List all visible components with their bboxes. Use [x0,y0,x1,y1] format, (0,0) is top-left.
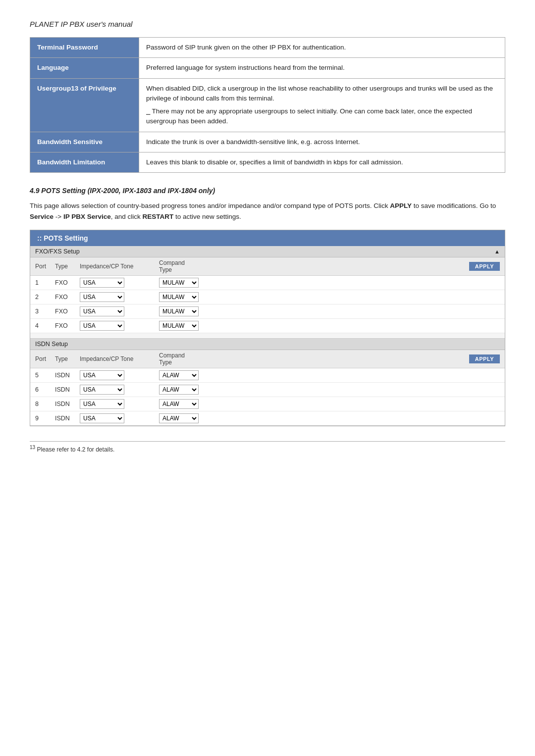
fxo-port-3: 3 [35,308,55,315]
isdn-imp-8: USA [80,399,159,409]
isdn-col-header-port: Port [35,355,55,362]
isdn-comp-6: ALAW [159,385,209,395]
pots-panel-content: FXO/FXS Setup ▲ Port Type Impedance/CP T… [30,246,505,426]
isdn-imp-6: USA [80,385,159,395]
desc-cell: Preferred language for system instructio… [139,58,505,78]
isdn-apply-col: APPLY [209,354,500,363]
body-text-1: This page allows selection of country-ba… [30,202,390,209]
fxo-port-2: 2 [35,294,55,301]
body-text-2: to save modifications. Go to [412,202,496,209]
fxo-type-2: FXO [55,294,80,301]
isdn-compand-select-6[interactable]: ALAW [159,385,199,395]
fxo-imp-3: USA [80,306,159,316]
fxo-comp-3: MULAW [159,306,209,316]
isdn-row-5: 5 ISDN USA ALAW [30,368,505,383]
fxo-section-header: FXO/FXS Setup ▲ [30,246,505,257]
section-heading: 4.9 POTS Setting (IPX-2000, IPX-1803 and… [30,187,505,195]
fxo-row-2: 2 FXO USA MULAW [30,290,505,304]
footnote-text: 13 Please refer to 4.2 for details. [30,445,505,453]
fxo-type-1: FXO [55,279,80,286]
fxo-spacer [30,333,505,338]
fxo-row-1: 1 FXO USA MULAW [30,276,505,290]
col-header-impedance: Impedance/CP Tone [80,263,159,270]
isdn-row-8: 8 ISDN USA ALAW [30,397,505,411]
table-row: Terminal Password Password of SIP trunk … [30,38,505,58]
isdn-compand-select-8[interactable]: ALAW [159,399,199,409]
body-text-5: to active new settings. [173,213,241,220]
isdn-impedance-select-9[interactable]: USA [80,413,124,423]
table-row: Usergroup13 of Privilege When disabled D… [30,78,505,132]
fxo-type-3: FXO [55,308,80,315]
fxo-impedance-select-4[interactable]: USA [80,321,124,331]
fxo-imp-2: USA [80,292,159,302]
col-header-port: Port [35,263,55,270]
isdn-comp-5: ALAW [159,370,209,380]
pots-panel-header: :: POTS Setting [30,230,505,246]
isdn-col-header-compand: CompandType [159,352,209,366]
fxo-compand-select-3[interactable]: MULAW [159,306,199,316]
isdn-type-6: ISDN [55,386,80,393]
body-text-3: -> [54,213,63,220]
isdn-row-9: 9 ISDN USA ALAW [30,411,505,425]
isdn-impedance-select-6[interactable]: USA [80,385,124,395]
isdn-setup-section: ISDN Setup Port Type Impedance/CP Tone C… [30,339,505,426]
isdn-imp-5: USA [80,370,159,380]
isdn-apply-button[interactable]: APPLY [469,354,500,363]
fxo-impedance-select-1[interactable]: USA [80,278,124,288]
page-title: PLANET IP PBX user's manual [30,20,505,28]
isdn-comp-9: ALAW [159,413,209,423]
table-row: Bandwidth Limitation Leaves this blank t… [30,152,505,172]
fxo-apply-col: APPLY [209,262,500,271]
fxo-impedance-select-2[interactable]: USA [80,292,124,302]
fxo-compand-select-4[interactable]: MULAW [159,321,199,331]
fxo-imp-1: USA [80,278,159,288]
desc-cell: Leaves this blank to disable or, specifi… [139,152,505,172]
term-cell: Bandwidth Sensitive [30,132,139,152]
term-cell: Language [30,58,139,78]
col-header-compand: CompandType [159,259,209,273]
isdn-type-9: ISDN [55,415,80,422]
body-bold-pbx: IP PBX Service [63,213,111,220]
fxo-port-1: 1 [35,279,55,286]
table-row: Language Preferred language for system i… [30,58,505,78]
scroll-indicator: ▲ [494,249,500,254]
desc-cell: When disabled DID, click a usergroup in … [139,78,505,132]
pots-panel: :: POTS Setting FXO/FXS Setup ▲ Port Typ… [30,230,505,426]
isdn-imp-9: USA [80,413,159,423]
isdn-col-header-type: Type [55,355,80,362]
term-cell: Terminal Password [30,38,139,58]
definition-table: Terminal Password Password of SIP trunk … [30,37,505,173]
fxo-port-4: 4 [35,322,55,329]
isdn-port-9: 9 [35,415,55,422]
isdn-row-6: 6 ISDN USA ALAW [30,383,505,397]
isdn-type-8: ISDN [55,401,80,407]
table-row: Bandwidth Sensitive Indicate the trunk i… [30,132,505,152]
isdn-section-label: ISDN Setup [35,341,68,348]
body-bold-restart: RESTART [143,213,174,220]
fxo-grid-header: Port Type Impedance/CP Tone CompandType … [30,257,505,276]
footnote-number: 13 [30,445,35,450]
fxo-apply-button[interactable]: APPLY [469,262,500,271]
isdn-port-6: 6 [35,386,55,393]
fxo-compand-select-1[interactable]: MULAW [159,278,199,288]
fxo-comp-4: MULAW [159,321,209,331]
col-header-type: Type [55,263,80,270]
term-cell: Bandwidth Limitation [30,152,139,172]
fxo-row-3: 3 FXO USA MULAW [30,304,505,319]
fxo-impedance-select-3[interactable]: USA [80,306,124,316]
isdn-impedance-select-8[interactable]: USA [80,399,124,409]
isdn-impedance-select-5[interactable]: USA [80,370,124,380]
body-bold-apply: APPLY [390,202,412,209]
footnote-body: Please refer to 4.2 for details. [37,446,114,453]
isdn-port-5: 5 [35,372,55,379]
body-paragraph: This page allows selection of country-ba… [30,201,505,222]
isdn-compand-select-9[interactable]: ALAW [159,413,199,423]
isdn-compand-select-5[interactable]: ALAW [159,370,199,380]
isdn-grid-header: Port Type Impedance/CP Tone CompandType … [30,350,505,368]
desc-text-main: When disabled DID, click a usergroup in … [146,85,493,102]
fxo-row-4: 4 FXO USA MULAW [30,319,505,333]
fxo-compand-select-2[interactable]: MULAW [159,292,199,302]
fxo-section-label: FXO/FXS Setup [35,248,80,255]
section-title: POTS Setting (IPX-2000, IPX-1803 and IPX… [41,187,215,195]
footnote-section: 13 Please refer to 4.2 for details. [30,441,505,453]
